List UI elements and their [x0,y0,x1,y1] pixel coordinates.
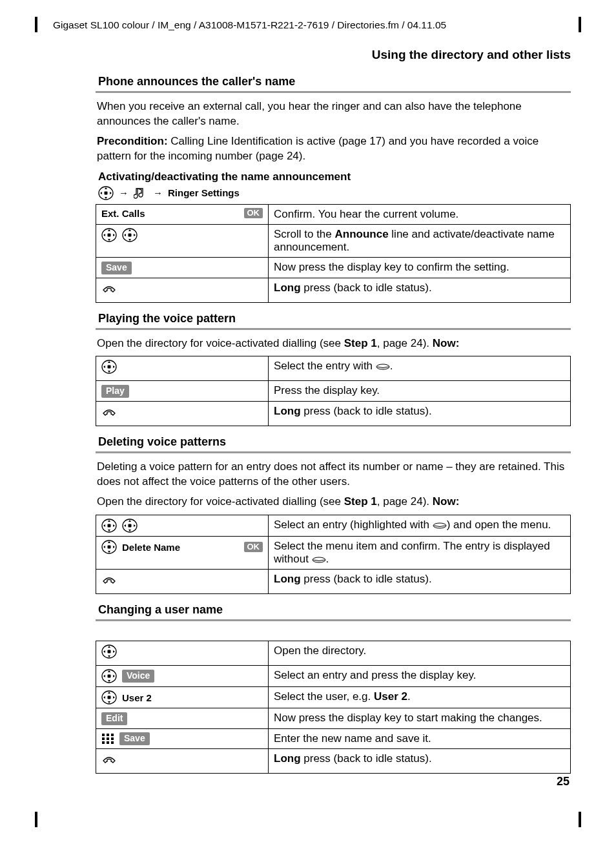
heading-announce-name: Phone announces the caller's name [96,75,571,88]
instruction-text: Open the directory. [269,641,571,666]
instruction-text: Long press (back to idle status). [269,748,571,773]
header-path: Gigaset SL100 colour / IM_eng / A31008-M… [53,19,571,31]
svg-point-16 [313,557,325,562]
instruction-text: Press the display key. [269,381,571,402]
svg-rect-18 [108,650,111,654]
instruction-text: Select the menu item and confirm. The en… [269,537,571,570]
instruction-text: Select the entry with . [269,356,571,381]
table-row: Long press (back to idle status). [96,278,571,302]
table-row: Open the directory. [96,641,571,666]
table-row: User 2 Select the user, e.g. User 2. [96,687,571,708]
svg-point-13 [433,523,446,528]
menu-label: Ringer Settings [168,187,240,198]
instruction-table: Select an entry (highlighted with ) and … [96,515,571,594]
menu-item: Delete Name [122,542,180,553]
table-row: Ext. CallsOK Confirm. You hear the curre… [96,204,571,224]
hangup-icon [101,573,117,587]
crop-mark [35,17,37,32]
svg-rect-1 [105,191,108,194]
control-key-icon [98,186,114,200]
save-softkey: Save [101,262,132,274]
control-key-icon [101,669,117,683]
play-softkey: Play [101,385,129,398]
paragraph: Open the directory for voice-activated d… [96,495,571,509]
instruction-table: Open the directory. Voice Select an entr… [96,641,571,774]
instruction-text: Now press the display key to start makin… [269,708,571,729]
menu-item: Ext. Calls [101,208,145,219]
instruction-text: Long press (back to idle status). [269,570,571,594]
instruction-text: Now press the display key to confirm the… [269,257,571,278]
svg-rect-7 [108,365,111,369]
instruction-text: Select the user, e.g. User 2. [269,687,571,708]
instruction-text: Select an entry and press the display ke… [269,666,571,687]
table-row: Save Now press the display key to confir… [96,257,571,278]
hangup-icon [101,405,117,419]
instruction-text: Long press (back to idle status). [269,278,571,302]
instruction-text: Scroll to the Announce line and activate… [269,224,571,257]
svg-rect-10 [108,524,111,528]
menu-item: User 2 [122,692,152,703]
svg-rect-5 [128,233,132,236]
svg-rect-25 [111,734,114,736]
crop-mark [35,812,37,827]
svg-rect-26 [102,737,105,740]
divider [96,328,571,330]
sound-icon [134,187,148,200]
control-key-icon [101,690,117,705]
svg-rect-15 [108,546,111,549]
svg-point-8 [376,364,389,369]
instruction-text: Select an entry (highlighted with ) and … [269,515,571,537]
paragraph: Open the directory for voice-activated d… [96,336,571,351]
save-softkey: Save [119,732,150,745]
table-row: Scroll to the Announce line and activate… [96,224,571,257]
table-row: Delete Name OK Select the menu item and … [96,537,571,570]
table-row: Select an entry (highlighted with ) and … [96,515,571,537]
heading-playing-voice: Playing the voice pattern [96,312,571,325]
svg-rect-23 [102,734,105,736]
svg-rect-12 [128,524,132,528]
lips-icon [312,557,326,563]
keypad-icon [101,733,114,745]
subheading-activating: Activating/deactivating the name announc… [96,170,571,183]
voice-softkey: Voice [122,670,154,683]
hangup-icon [101,752,117,767]
paragraph: Precondition: Calling Line Identificatio… [96,134,571,164]
instruction-text: Long press (back to idle status). [269,402,571,426]
arrow-icon: → [153,187,163,198]
table-row: Edit Now press the display key to start … [96,708,571,729]
instruction-text: Confirm. You hear the current volume. [269,204,571,224]
arrow-icon: → [119,187,128,198]
divider [96,91,571,93]
table-row: Play Press the display key. [96,381,571,402]
lips-icon [433,522,447,529]
lips-icon [376,364,390,370]
ok-key: OK [244,542,263,552]
svg-rect-22 [108,696,111,699]
control-key-icon [101,519,117,533]
control-key-icon [122,228,138,242]
svg-rect-3 [108,233,111,236]
control-key-icon [101,360,117,374]
control-key-icon [101,540,117,554]
svg-rect-29 [102,741,105,744]
table-row: Long press (back to idle status). [96,402,571,426]
section-title: Using the directory and other lists [45,48,571,62]
svg-rect-30 [107,741,109,744]
paragraph: When you receive an external call, you h… [96,99,571,129]
control-key-icon [122,519,138,533]
divider [96,619,571,621]
paragraph: Deleting a voice pattern for an entry do… [96,460,571,489]
control-key-icon [101,644,117,659]
ok-key: OK [244,208,263,218]
edit-softkey: Edit [101,712,127,725]
svg-rect-28 [111,737,114,740]
table-row: Voice Select an entry and press the disp… [96,666,571,687]
svg-rect-20 [108,675,111,678]
control-key-icon [101,228,117,242]
instruction-table: Ext. CallsOK Confirm. You hear the curre… [96,204,571,303]
heading-changing-user: Changing a user name [96,603,571,617]
instruction-table: Select the entry with . Play Press the d… [96,356,571,426]
instruction-text: Enter the new name and save it. [269,728,571,748]
menu-path: → → Ringer Settings [96,186,571,200]
hangup-icon [101,282,117,296]
